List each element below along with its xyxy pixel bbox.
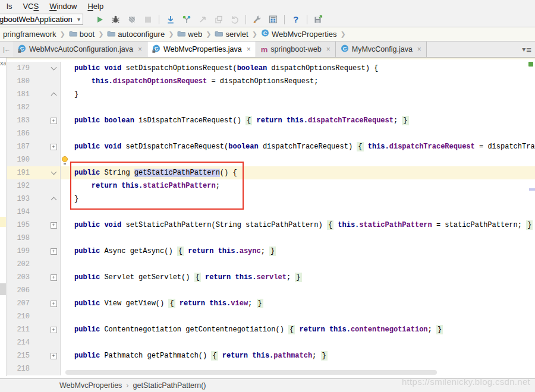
project-structure-icon[interactable]	[265, 12, 281, 27]
gutter: 183+	[7, 114, 61, 127]
code-line-198: 198	[7, 232, 535, 245]
code-text[interactable]: public View getView() { return this.view…	[71, 297, 535, 310]
code-text[interactable]: public Contentnegotiation getContentnego…	[71, 323, 535, 336]
code-text[interactable]	[71, 258, 535, 271]
fold-expand-icon[interactable]: +	[51, 327, 57, 333]
breadcrumb-separator: ❯	[338, 30, 348, 38]
tab-springboot-web[interactable]: mspringboot-web×	[256, 42, 336, 57]
menu-item-vcs[interactable]: VCS	[17, 2, 44, 11]
tab-label: WebMvcAutoConfiguration.java	[29, 45, 133, 53]
project-panel-scrollbar-thumb[interactable]	[0, 283, 7, 295]
breadcrumb-separator: ❯	[166, 30, 176, 38]
code-text[interactable]	[71, 153, 535, 166]
close-icon[interactable]: ×	[247, 45, 251, 53]
intention-bulb-icon[interactable]	[62, 156, 68, 162]
code-text[interactable]	[71, 336, 535, 349]
menu-item-help[interactable]: Help	[82, 2, 109, 11]
tab-label: springboot-web	[270, 45, 321, 53]
code-text[interactable]	[71, 127, 535, 140]
code-text[interactable]: public String getStaticPathPattern() {	[71, 166, 535, 179]
splitter-icon[interactable]: |←	[0, 42, 13, 57]
gutter: 211+	[7, 323, 61, 336]
breadcrumb-separator: ❯	[58, 30, 68, 38]
code-text[interactable]: }	[71, 88, 535, 101]
gutter: 194	[7, 206, 61, 219]
breadcrumb-item-webmvcproperties[interactable]: CWebMvcProperties	[260, 29, 338, 39]
code-text[interactable]: public Servlet getServlet() { return thi…	[71, 271, 535, 284]
gutter: 214	[7, 336, 61, 349]
debug-icon[interactable]	[108, 12, 124, 27]
gutter: 202	[7, 258, 61, 271]
breadcrumb: pringframework❯boot❯autoconfigure❯web❯se…	[0, 27, 535, 42]
line-number: 182	[7, 103, 30, 112]
run-icon[interactable]	[92, 12, 108, 27]
tabs-dropdown-icon[interactable]: ▾	[522, 45, 525, 53]
code-text[interactable]	[71, 310, 535, 323]
line-number: 179	[7, 64, 30, 72]
help-icon[interactable]: ?	[288, 12, 304, 27]
code-text[interactable]: public Pathmatch getPathmatch() { return…	[71, 349, 535, 362]
project-panel-clipped-text: xam	[0, 59, 7, 67]
menu-item-window[interactable]: Window	[44, 2, 82, 11]
code-editor[interactable]: xam 179public void setDispatchOptionsReq…	[0, 58, 535, 376]
vcs-commit-icon[interactable]	[178, 12, 194, 27]
inspection-indicator[interactable]	[528, 62, 533, 67]
watermark: https://smilenicky.blog.csdn.net	[402, 377, 530, 387]
tab-webmvcautoconfiguration-java[interactable]: CWebMvcAutoConfiguration.java×	[13, 42, 147, 57]
settings-icon[interactable]	[249, 12, 265, 27]
breadcrumb-item-servlet[interactable]: servlet	[213, 30, 249, 39]
code-text[interactable]: public void setDispatchOptionsRequest(bo…	[71, 62, 535, 75]
status-breadcrumb-item[interactable]: getStaticPathPattern()	[133, 381, 206, 390]
code-text[interactable]: public Async getAsync() { return this.as…	[71, 245, 535, 258]
save-all-icon[interactable]	[310, 12, 326, 27]
fold-open-icon[interactable]	[51, 169, 56, 175]
run-configuration-select[interactable]: gbootWebApplication ▾	[0, 14, 83, 25]
fold-close-icon[interactable]	[51, 197, 56, 203]
close-icon[interactable]: ×	[326, 45, 331, 53]
tabs-list-icon[interactable]: ≡	[526, 45, 531, 55]
gutter: 198	[7, 232, 61, 245]
code-line-180: 180 this.dispatchOptionsRequest = dispat…	[7, 75, 535, 88]
close-icon[interactable]: ×	[417, 45, 421, 53]
breadcrumb-item-autoconfigure[interactable]: autoconfigure	[106, 30, 166, 39]
code-text[interactable]	[71, 101, 535, 114]
fold-expand-icon[interactable]: +	[51, 248, 57, 255]
fold-expand-icon[interactable]: +	[51, 222, 57, 229]
breadcrumb-item-web[interactable]: web	[176, 30, 203, 39]
fold-expand-icon[interactable]: +	[51, 274, 57, 281]
fold-expand-icon[interactable]: +	[51, 144, 57, 150]
gutter: 179	[7, 62, 61, 75]
breadcrumb-item-boot[interactable]: boot	[68, 30, 96, 39]
vcs-update-icon[interactable]	[162, 12, 178, 27]
fold-expand-icon[interactable]: +	[51, 353, 57, 359]
code-text[interactable]: }	[71, 192, 535, 206]
line-number: 181	[7, 90, 30, 99]
breadcrumb-item-pringframework[interactable]: pringframework	[2, 30, 58, 39]
gutter: 206	[7, 284, 61, 297]
close-icon[interactable]: ×	[138, 45, 142, 53]
horizontal-scrollbar[interactable]	[65, 370, 437, 375]
menu-item-ls[interactable]: ls	[1, 2, 17, 11]
tab-mymvcconfig-java[interactable]: CMyMvcConfig.java×	[336, 42, 427, 57]
code-text[interactable]: public void setStaticPathPattern(String …	[71, 219, 535, 232]
fold-close-icon[interactable]	[51, 93, 56, 99]
status-breadcrumb-item[interactable]: WebMvcProperties	[59, 381, 122, 390]
code-text[interactable]	[71, 206, 535, 219]
coverage-icon[interactable]	[124, 12, 140, 27]
line-number: 186	[7, 129, 30, 138]
code-text[interactable]	[71, 232, 535, 245]
code-text[interactable]: public boolean isDispatchTraceRequest() …	[71, 114, 535, 127]
line-number: 183	[7, 116, 30, 125]
code-text[interactable]: return this.staticPathPattern;	[71, 179, 535, 192]
project-panel-edge[interactable]: xam	[0, 58, 7, 376]
fold-expand-icon[interactable]: +	[51, 118, 57, 124]
editor-top-strip	[0, 58, 535, 59]
code-text[interactable]	[71, 284, 535, 297]
code-text[interactable]: this.dispatchOptionsRequest = dispatchOp…	[71, 75, 535, 88]
code-text[interactable]: public void setDispatchTraceRequest(bool…	[71, 140, 535, 153]
fold-expand-icon[interactable]: +	[51, 301, 57, 307]
code-line-192: 192 return this.staticPathPattern;	[7, 179, 535, 192]
fold-open-icon[interactable]	[51, 65, 56, 71]
class-locked-icon: C	[152, 45, 160, 55]
tab-webmvcproperties-java[interactable]: CWebMvcProperties.java×	[147, 42, 256, 57]
